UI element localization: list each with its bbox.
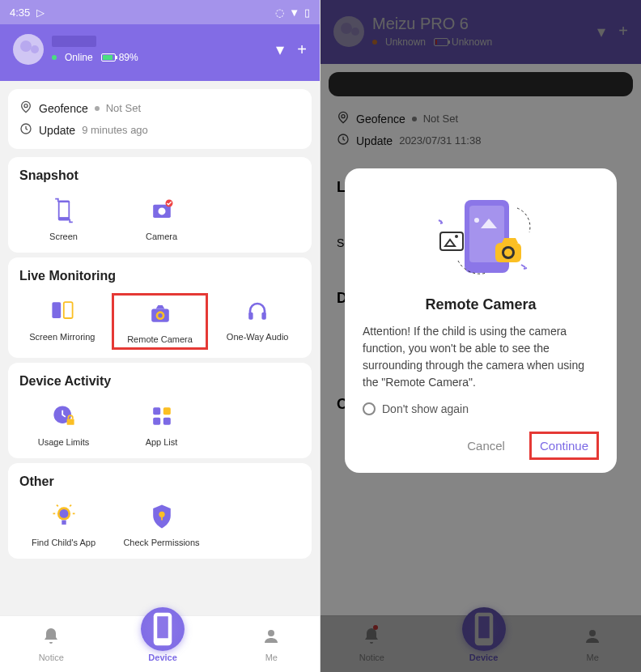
snapshot-camera[interactable]: Camera bbox=[114, 193, 209, 245]
update-value: 9 minutes ago bbox=[82, 124, 148, 136]
dialog-body: Attention! If the child is using the cam… bbox=[363, 323, 599, 391]
geofence-icon bbox=[19, 100, 32, 116]
me-label: Me bbox=[265, 653, 278, 662]
usage-limits[interactable]: Usage Limits bbox=[16, 398, 111, 450]
bell-icon bbox=[41, 627, 61, 651]
dialog-title: Remote Camera bbox=[363, 296, 599, 313]
live-monitoring-section: Live Monitoring Screen Mirroring Remote … bbox=[8, 257, 312, 358]
remote-camera-label: Remote Camera bbox=[127, 334, 193, 344]
svg-rect-18 bbox=[153, 418, 160, 425]
perms-label: Check Permissions bbox=[123, 538, 199, 547]
app-list[interactable]: App List bbox=[114, 398, 209, 450]
screen-icon bbox=[49, 196, 79, 225]
online-dot-icon bbox=[52, 55, 57, 60]
svg-rect-8 bbox=[64, 302, 73, 318]
device-nav-icon bbox=[141, 607, 185, 651]
svg-point-43 bbox=[455, 235, 458, 238]
svg-rect-17 bbox=[163, 407, 170, 415]
find-app-label: Find Child's App bbox=[32, 538, 96, 547]
wifi-icon: ▼ bbox=[289, 6, 299, 19]
check-permissions[interactable]: Check Permissions bbox=[114, 499, 209, 551]
status-card: Geofence Not Set Update 9 minutes ago bbox=[8, 89, 312, 149]
dont-show-again-row[interactable]: Don't show again bbox=[363, 402, 599, 415]
headphone-icon bbox=[243, 296, 272, 325]
person-icon bbox=[261, 627, 281, 651]
content-area: Geofence Not Set Update 9 minutes ago Sn… bbox=[0, 81, 320, 672]
svg-rect-16 bbox=[153, 407, 160, 415]
loading-icon: ◌ bbox=[275, 6, 284, 19]
status-time: 4:35 bbox=[10, 6, 30, 19]
other-title: Other bbox=[16, 474, 304, 489]
bottom-nav: Notice Device Me bbox=[0, 615, 320, 672]
camera-label: Camera bbox=[146, 232, 177, 241]
other-section: Other Find Child's App Check Permissions bbox=[8, 463, 312, 559]
svg-rect-26 bbox=[157, 616, 168, 638]
svg-rect-22 bbox=[62, 521, 66, 525]
svg-point-5 bbox=[158, 207, 165, 215]
usage-label: Usage Limits bbox=[38, 437, 90, 447]
phone-left: 4:35 ▷ ◌ ▼ ▯ Online 89% ▾ bbox=[0, 0, 320, 672]
status-bar: 4:35 ▷ ◌ ▼ ▯ bbox=[0, 0, 320, 24]
svg-point-0 bbox=[24, 104, 28, 108]
nav-me[interactable]: Me bbox=[261, 627, 281, 662]
svg-rect-13 bbox=[262, 313, 266, 320]
dialog-illustration bbox=[424, 188, 537, 285]
find-child-app[interactable]: Find Child's App bbox=[16, 499, 111, 551]
cancel-button[interactable]: Cancel bbox=[459, 434, 513, 457]
mirror-icon bbox=[48, 296, 77, 325]
snapshot-screen[interactable]: Screen bbox=[16, 193, 111, 245]
dont-show-label: Don't show again bbox=[382, 402, 469, 415]
update-label: Update bbox=[39, 124, 75, 137]
audio-label: One-Way Audio bbox=[227, 332, 289, 342]
continue-button[interactable]: Continue bbox=[529, 432, 599, 460]
svg-rect-19 bbox=[163, 418, 170, 425]
clock-lock-icon bbox=[49, 402, 79, 431]
online-status: Online bbox=[65, 52, 93, 63]
device-name-hidden bbox=[52, 36, 96, 47]
one-way-audio[interactable]: One-Way Audio bbox=[211, 293, 304, 350]
svg-point-27 bbox=[268, 630, 274, 636]
nav-device[interactable]: Device bbox=[141, 627, 185, 662]
svg-rect-24 bbox=[161, 516, 163, 520]
remote-camera[interactable]: Remote Camera bbox=[112, 293, 209, 350]
mirror-label: Screen Mirroring bbox=[29, 332, 95, 342]
apps-icon bbox=[147, 402, 176, 431]
svg-point-11 bbox=[158, 313, 162, 317]
svg-rect-3 bbox=[59, 202, 68, 217]
svg-rect-15 bbox=[66, 419, 74, 425]
device-activity-section: Device Activity Usage Limits App List bbox=[8, 363, 312, 458]
avatar[interactable] bbox=[13, 34, 44, 65]
nav-notice[interactable]: Notice bbox=[39, 627, 64, 662]
applist-label: App List bbox=[146, 437, 178, 447]
add-device-button[interactable]: + bbox=[297, 40, 307, 59]
activity-title: Device Activity bbox=[16, 374, 304, 389]
snapshot-title: Snapshot bbox=[16, 168, 304, 183]
live-title: Live Monitoring bbox=[16, 269, 304, 283]
geofence-value: Not Set bbox=[106, 102, 141, 114]
geofence-label: Geofence bbox=[39, 102, 88, 115]
radio-icon[interactable] bbox=[363, 402, 376, 415]
snapshot-section: Snapshot Screen Camera bbox=[8, 157, 312, 253]
remote-camera-dialog: Remote Camera Attention! If the child is… bbox=[345, 168, 617, 473]
device-header: Online 89% ▾ + bbox=[0, 24, 320, 81]
play-icon: ▷ bbox=[36, 6, 45, 19]
screen-mirroring[interactable]: Screen Mirroring bbox=[16, 293, 108, 350]
svg-point-21 bbox=[59, 509, 68, 518]
battery-icon bbox=[101, 53, 116, 62]
camera-icon bbox=[147, 196, 176, 225]
shield-icon bbox=[147, 502, 176, 531]
update-icon bbox=[19, 122, 32, 138]
remote-camera-icon bbox=[146, 299, 175, 328]
device-label: Device bbox=[148, 653, 176, 662]
dropdown-icon[interactable]: ▾ bbox=[276, 40, 284, 59]
screen-label: Screen bbox=[49, 232, 78, 241]
dot-icon bbox=[95, 106, 100, 111]
svg-point-40 bbox=[474, 218, 479, 223]
phone-right: Meizu PRO 6 Unknown Unknown ▾ + bbox=[320, 0, 641, 672]
notice-label: Notice bbox=[39, 653, 64, 662]
lightbulb-icon bbox=[49, 502, 79, 531]
svg-rect-7 bbox=[52, 302, 61, 318]
svg-point-46 bbox=[504, 249, 512, 257]
battery-percent: 89% bbox=[119, 52, 138, 63]
svg-marker-42 bbox=[445, 240, 455, 246]
